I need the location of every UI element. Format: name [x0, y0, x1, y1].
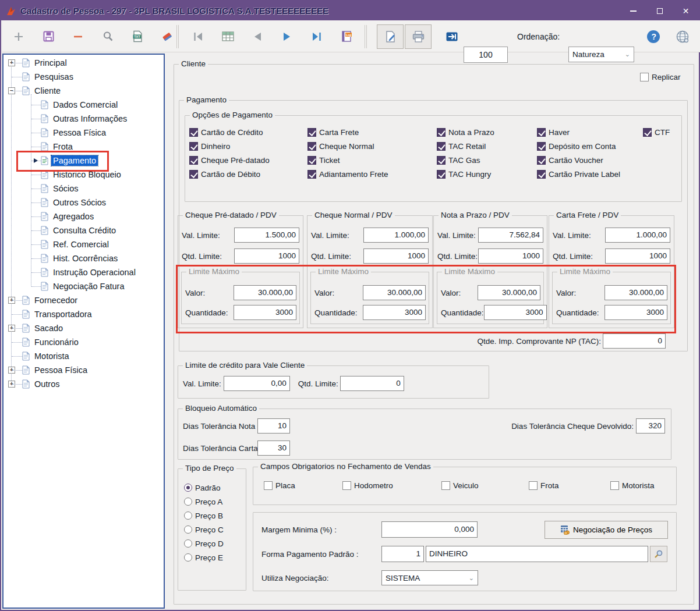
erase-icon[interactable] — [160, 30, 174, 44]
campo-obrigatorio-checkbox[interactable]: Placa — [264, 481, 295, 490]
qtd-limite-field[interactable]: 1000 — [478, 248, 543, 264]
valor-field[interactable]: 30.000,00 — [478, 285, 540, 300]
campo-obrigatorio-checkbox[interactable]: Veiculo — [441, 481, 479, 490]
campo-obrigatorio-checkbox[interactable]: Frota — [529, 481, 559, 490]
val-limite-field[interactable]: 1.000,00 — [605, 228, 670, 243]
dias-cheque-devolvido-field[interactable]: 320 — [636, 418, 665, 434]
save-icon[interactable] — [41, 30, 55, 44]
tree-item[interactable]: Dados Comercial — [3, 98, 164, 112]
payment-option-checkbox[interactable]: Depósito em Conta — [537, 139, 620, 153]
payment-option-checkbox[interactable]: Cartão Private Label — [537, 167, 620, 181]
tipo-preco-radio[interactable]: Preço D — [184, 537, 224, 550]
payment-option-checkbox[interactable]: Cheque Normal — [307, 139, 388, 153]
tree-item[interactable]: Historico Bloqueio — [3, 168, 164, 182]
tree-item[interactable]: Outros Sócios — [3, 196, 164, 209]
campo-obrigatorio-checkbox[interactable]: Hodometro — [342, 481, 393, 490]
payment-option-checkbox[interactable]: Cartão de Crédito — [189, 125, 270, 139]
export-icon[interactable] — [445, 30, 459, 44]
valor-field[interactable]: 30.000,00 — [604, 285, 667, 300]
payment-option-checkbox[interactable]: Cartão Voucher — [537, 153, 620, 167]
tipo-preco-radio[interactable]: Padrão — [184, 481, 224, 495]
minimize-icon[interactable] — [620, 1, 646, 20]
qtd-limite-field[interactable]: 1000 — [363, 248, 429, 264]
dias-carta-frete-field[interactable]: 30 — [257, 441, 290, 456]
payment-option-checkbox[interactable]: Nota a Prazo — [437, 125, 494, 139]
tree-item[interactable]: Pagamento — [3, 154, 164, 168]
export-txt-icon[interactable]: TXT — [130, 30, 144, 44]
tipo-preco-radio[interactable]: Preço A — [184, 495, 224, 509]
tree-item[interactable]: + Pessoa Física — [3, 363, 164, 377]
payment-option-checkbox[interactable]: Haver — [537, 125, 620, 139]
quantidade-field[interactable]: 3000 — [363, 305, 426, 320]
forma-pagamento-lookup-button[interactable] — [650, 546, 667, 562]
valor-row: Valor: 30.000,00 — [441, 285, 540, 300]
payment-option-checkbox[interactable]: Adiantamento Frete — [307, 167, 388, 181]
quantidade-field[interactable]: 3000 — [484, 305, 547, 320]
tree-item[interactable]: Sócios — [3, 182, 164, 196]
margem-field[interactable]: 0,000 — [381, 521, 478, 538]
print-button[interactable] — [405, 24, 432, 49]
tree-item[interactable]: Motorista — [3, 349, 164, 363]
tree-item[interactable]: Pessoa Física — [3, 126, 164, 140]
quantidade-field[interactable]: 3000 — [234, 305, 296, 320]
payment-option-checkbox[interactable]: TAC Hungry — [437, 167, 494, 181]
nav-next-icon[interactable] — [280, 30, 294, 44]
tree-item[interactable]: Pesquisas — [3, 70, 164, 84]
payment-option-checkbox[interactable]: Cartão de Débito — [189, 167, 270, 181]
replicar-checkbox[interactable]: Replicar — [640, 73, 681, 81]
campo-obrigatorio-checkbox[interactable]: Motorista — [610, 481, 655, 490]
pdv-group-label: Carta Frete / PDV — [554, 211, 621, 219]
qtd-limite-field[interactable]: 1000 — [605, 248, 670, 264]
radio-icon — [184, 484, 192, 492]
negociacao-precos-button[interactable]: Negociação de Preços — [545, 521, 668, 539]
vale-qtd-limite-field[interactable]: 0 — [340, 376, 404, 391]
val-limite-field[interactable]: 1.000,00 — [363, 228, 429, 243]
tree-item[interactable]: + Principal — [3, 56, 164, 70]
tree-item[interactable]: Funcionário — [3, 335, 164, 349]
add-record-icon[interactable] — [12, 30, 26, 44]
close-icon[interactable]: ✕ — [673, 1, 699, 20]
log-icon[interactable]: Log — [340, 30, 353, 44]
vale-val-limite-field[interactable]: 0,00 — [224, 376, 290, 391]
maximize-icon[interactable] — [646, 1, 673, 20]
qtd-limite-field[interactable]: 1000 — [234, 248, 299, 264]
search-icon[interactable] — [101, 30, 115, 44]
payment-option-checkbox[interactable]: Cheque Pré-datado — [189, 153, 270, 167]
payment-option-checkbox[interactable]: TAC Gas — [437, 153, 494, 167]
valor-label: Valor: — [185, 289, 205, 297]
dias-nota-prazo-field[interactable]: 10 — [257, 418, 290, 434]
app-window: Cadastro de Pessoa - 297 - 3PL BRASIL LO… — [0, 0, 700, 611]
nav-first-icon[interactable] — [191, 30, 205, 44]
help-icon[interactable]: ? — [646, 30, 660, 44]
payment-option-checkbox[interactable]: Carta Frete — [307, 125, 388, 139]
valor-field[interactable]: 30.000,00 — [234, 285, 296, 300]
new-record-button[interactable] — [377, 24, 404, 49]
quantidade-field[interactable]: 3000 — [604, 305, 667, 320]
delete-record-icon[interactable] — [71, 30, 85, 44]
payment-option-checkbox[interactable]: CTF — [643, 125, 670, 139]
tree-item[interactable]: − Cliente — [3, 84, 164, 98]
forma-pagamento-code-field[interactable]: 1 — [381, 546, 424, 562]
qtde-imp-field[interactable]: 0 — [603, 333, 666, 349]
payment-option-checkbox[interactable]: TAC Retail — [437, 139, 494, 153]
tree-item[interactable]: Outras Informações — [3, 112, 164, 126]
val-limite-field[interactable]: 1.500,00 — [234, 228, 299, 243]
tree-item[interactable]: + Outros — [3, 377, 164, 391]
val-limite-field[interactable]: 7.562,84 — [478, 228, 543, 243]
nav-prev-icon[interactable] — [250, 30, 264, 44]
record-count-field[interactable]: 100 — [464, 47, 508, 63]
globe-icon[interactable] — [676, 30, 690, 44]
tipo-preco-radio[interactable]: Preço C — [184, 523, 224, 537]
tipo-preco-radio[interactable]: Preço E — [184, 550, 224, 564]
utiliza-negociacao-select[interactable]: SISTEMA ⌄ — [381, 570, 478, 585]
grid-view-icon[interactable] — [221, 30, 235, 44]
tipo-preco-radio[interactable]: Preço B — [184, 509, 224, 523]
payment-option-checkbox[interactable]: Ticket — [307, 153, 388, 167]
titlebar: Cadastro de Pessoa - 297 - 3PL BRASIL LO… — [1, 1, 699, 20]
nav-last-icon[interactable] — [310, 30, 324, 44]
payment-option-checkbox[interactable]: Dinheiro — [189, 139, 270, 153]
tree-item[interactable]: Frota — [3, 140, 164, 154]
ordenacao-select[interactable]: Natureza ⌄ — [568, 47, 634, 62]
forma-pagamento-desc-field[interactable]: DINHEIRO — [426, 546, 648, 562]
valor-field[interactable]: 30.000,00 — [363, 285, 426, 300]
